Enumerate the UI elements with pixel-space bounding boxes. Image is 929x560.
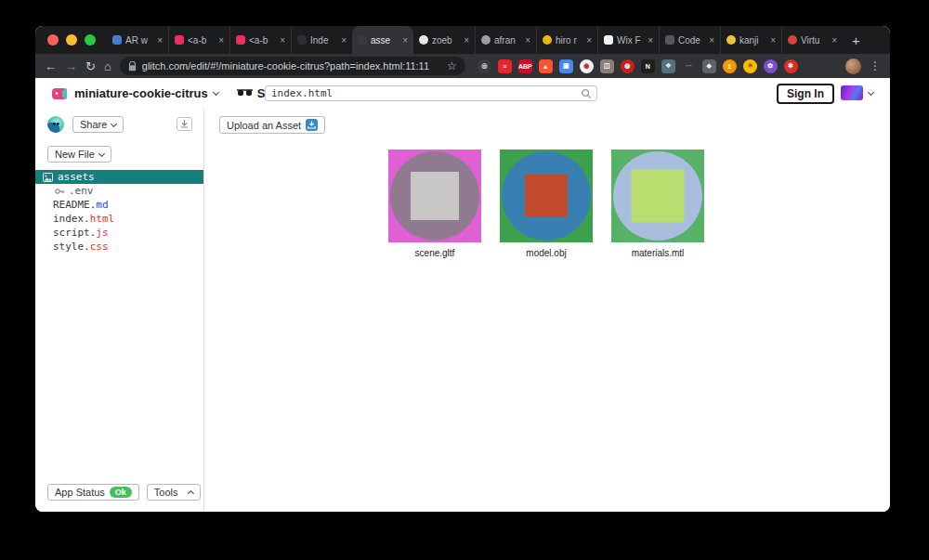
browser-tab[interactable]: AR w×: [107, 26, 168, 54]
file-extension: md: [96, 199, 108, 211]
browser-tab[interactable]: <a-b×: [229, 26, 291, 54]
share-button[interactable]: Share: [72, 116, 124, 133]
extension-icon[interactable]: ◉: [580, 59, 594, 73]
asset-item[interactable]: scene.gltf: [388, 150, 481, 258]
tab-close-icon[interactable]: ×: [464, 35, 469, 46]
browser-tab[interactable]: <a-b×: [168, 26, 229, 54]
thumbnail-square-shape: [632, 170, 685, 223]
tab-close-icon[interactable]: ×: [831, 35, 837, 46]
file-item-readme[interactable]: README.md: [35, 198, 203, 212]
reload-button[interactable]: ↻: [85, 60, 96, 72]
upload-asset-button[interactable]: Upload an Asset: [219, 116, 325, 134]
sign-in-button[interactable]: Sign In: [777, 84, 834, 104]
browser-tab[interactable]: Virtu×: [781, 26, 843, 54]
file-item-style[interactable]: style.css: [35, 240, 203, 254]
browser-tab[interactable]: kanji×: [720, 26, 781, 54]
extension-icon[interactable]: ✱: [784, 59, 798, 73]
app-status-button[interactable]: App Status Ok: [47, 484, 139, 501]
tab-title: kanji: [739, 35, 766, 46]
thumbnail-square-shape: [411, 172, 459, 220]
tab-title: <a-b: [249, 35, 276, 46]
extension-bar: ◎ ≡ ABP ▲ ▣ ◉ ◫ ◍ N ❖ ⋯ ◆ 1 ☀ ✿ ✱: [478, 59, 798, 73]
file-item-script[interactable]: script.js: [35, 226, 203, 240]
extension-icon[interactable]: ABP: [518, 59, 532, 73]
browser-toolbar: ← → ↻ ⌂ glitch.com/edit/#!/miniature-coo…: [35, 54, 890, 78]
extension-icon[interactable]: 1: [723, 59, 737, 73]
home-button[interactable]: ⌂: [104, 60, 111, 72]
file-search-input[interactable]: [266, 86, 581, 100]
extension-icon[interactable]: ⋯: [682, 59, 696, 73]
extension-icon[interactable]: ◍: [621, 59, 635, 73]
extension-icon[interactable]: ≡: [498, 59, 512, 73]
rewind-button[interactable]: [177, 117, 192, 131]
browser-tab[interactable]: Inde×: [291, 26, 352, 54]
back-button[interactable]: ←: [45, 60, 57, 72]
extension-icon[interactable]: ▣: [559, 59, 573, 73]
url-bar[interactable]: glitch.com/edit/#!/miniature-cookie-citr…: [120, 57, 465, 75]
project-name[interactable]: miniature-cookie-citrus: [74, 86, 208, 100]
tab-favicon: [112, 35, 122, 45]
user-avatar: [841, 85, 863, 100]
asset-item[interactable]: materials.mtl: [611, 150, 704, 258]
tab-close-icon[interactable]: ×: [218, 35, 224, 46]
tab-close-icon[interactable]: ×: [770, 35, 776, 46]
arrow-down-to-line-icon: [180, 120, 189, 128]
account-menu[interactable]: [841, 85, 873, 100]
extension-icon[interactable]: ◆: [702, 59, 716, 73]
tab-close-icon[interactable]: ×: [525, 35, 530, 46]
forward-button[interactable]: →: [65, 60, 77, 72]
tab-close-icon[interactable]: ×: [402, 35, 408, 46]
chevron-up-icon: [187, 489, 193, 496]
tab-close-icon[interactable]: ×: [648, 35, 653, 46]
tab-close-icon[interactable]: ×: [157, 35, 163, 46]
window-controls: [47, 26, 96, 54]
tab-close-icon[interactable]: ×: [709, 35, 714, 46]
file-item-index[interactable]: index.html: [35, 212, 203, 226]
extension-icon[interactable]: ◎: [478, 59, 491, 73]
browser-tab[interactable]: zoeb×: [413, 26, 475, 54]
project-avatar[interactable]: [47, 116, 64, 133]
new-tab-button[interactable]: +: [852, 33, 860, 48]
desktop-background: AR w× <a-b× <a-b× Inde× asse× zoeb× afra…: [0, 0, 929, 560]
file-item-assets[interactable]: assets: [35, 170, 203, 184]
tab-close-icon[interactable]: ×: [586, 35, 592, 46]
tools-button[interactable]: Tools: [147, 484, 201, 501]
browser-menu-icon[interactable]: ⋮: [870, 59, 881, 72]
app-status-label: App Status: [55, 487, 105, 498]
extension-icon[interactable]: ❖: [661, 59, 675, 73]
tab-title: asse: [371, 35, 399, 46]
tab-title: Code: [678, 35, 705, 46]
tab-favicon: [726, 35, 736, 45]
tab-favicon: [543, 35, 552, 45]
file-item-env[interactable]: .env: [35, 184, 203, 198]
file-list: assets .env README.md index.html script.…: [35, 170, 203, 254]
tab-close-icon[interactable]: ×: [280, 35, 285, 46]
asset-filename: model.obj: [500, 248, 593, 258]
maximize-window-button[interactable]: [85, 34, 96, 46]
thumbnail-square-shape: [525, 175, 568, 217]
browser-tab[interactable]: Wix F×: [597, 26, 659, 54]
tab-title: Virtu: [801, 35, 828, 46]
search-icon: [581, 88, 592, 99]
asset-item[interactable]: model.obj: [500, 150, 593, 258]
close-window-button[interactable]: [47, 34, 59, 46]
new-file-button[interactable]: New File: [47, 146, 111, 163]
browser-tab[interactable]: Code×: [659, 26, 720, 54]
browser-tab[interactable]: afran×: [475, 26, 536, 54]
tab-title: Inde: [310, 35, 337, 46]
extension-icon[interactable]: ☀: [743, 59, 757, 73]
editor-content: Share New File: [35, 109, 890, 512]
asset-thumbnail: [388, 150, 481, 242]
extension-icon[interactable]: ◫: [600, 59, 614, 73]
extension-icon[interactable]: ▲: [539, 59, 553, 73]
browser-tab[interactable]: hiro r×: [536, 26, 597, 54]
tab-close-icon[interactable]: ×: [341, 35, 347, 46]
bookmark-star-icon[interactable]: ☆: [447, 59, 457, 72]
file-name: README.: [53, 199, 96, 211]
extension-icon[interactable]: ✿: [764, 59, 778, 73]
extension-icon[interactable]: N: [641, 59, 655, 73]
minimize-window-button[interactable]: [66, 34, 77, 46]
tab-title: AR w: [125, 35, 153, 46]
browser-tab-active[interactable]: asse×: [352, 26, 413, 54]
browser-profile-avatar[interactable]: [845, 59, 861, 74]
